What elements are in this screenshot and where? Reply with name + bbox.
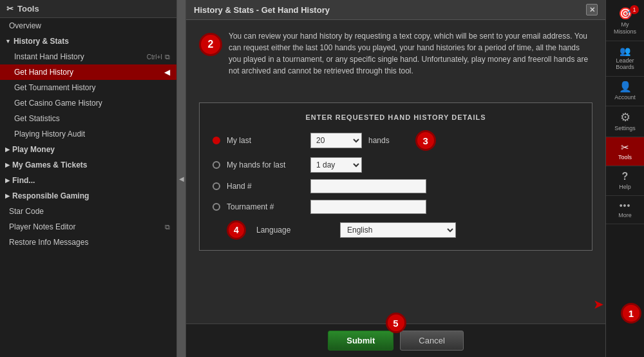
radio-hand-num[interactable] — [213, 182, 220, 190]
sidebar-item-play-money[interactable]: ▶ Play Money — [0, 142, 176, 157]
sidebar-item-overview[interactable]: Overview — [0, 18, 176, 34]
form-row-my-hands-for-last: My hands for last 1 day 1 week 1 month — [213, 157, 579, 173]
more-icon: ••• — [620, 201, 631, 210]
description-text: You can review your hand history by requ… — [229, 30, 592, 77]
account-icon: 👤 — [619, 82, 632, 92]
sidebar-item-restore-info-messages[interactable]: Restore Info Messages — [0, 235, 176, 250]
right-nav-item-leaderboards[interactable]: 👥 LeaderBoards — [606, 41, 644, 77]
arrow-right-icon: ◀ — [164, 68, 170, 77]
content-title: History & Stats - Get Hand History — [194, 5, 330, 15]
step-2-circle: 2 — [199, 33, 222, 56]
get-tournament-history-label: Get Tournament History — [14, 83, 96, 92]
my-last-label: My last — [227, 136, 304, 145]
chevron-right-icon-rg: ▶ — [5, 193, 10, 199]
missions-badge: 1 — [630, 5, 639, 14]
missions-label: MyMissions — [614, 21, 636, 35]
form-title: ENTER REQUESTED HAND HISTORY DETAILS — [213, 113, 579, 121]
restore-info-messages-label: Restore Info Messages — [9, 238, 88, 247]
sidebar-header: ✂ Tools — [0, 0, 176, 18]
sidebar-item-get-hand-history[interactable]: Get Hand History ◀ — [0, 64, 176, 80]
content-body: 2 You can review your hand history by re… — [186, 20, 605, 323]
sidebar-item-get-tournament-history[interactable]: Get Tournament History — [0, 80, 176, 95]
chevron-right-icon-find: ▶ — [5, 177, 10, 184]
sidebar-item-find[interactable]: ▶ Find... — [0, 173, 176, 188]
tools-nav-icon: ✂ — [621, 142, 629, 152]
sidebar-item-instant-hand-history[interactable]: Instant Hand History Ctrl+I ⧉ — [0, 49, 176, 64]
tournament-num-input[interactable] — [310, 200, 426, 214]
right-sidebar: 1 🎯 MyMissions 👥 LeaderBoards 👤 Account … — [605, 0, 644, 357]
right-nav-item-settings[interactable]: ⚙ Settings — [606, 106, 644, 137]
tournament-num-label: Tournament # — [227, 202, 304, 211]
chevron-right-icon-play: ▶ — [5, 146, 10, 153]
my-hands-for-last-label: My hands for last — [227, 160, 304, 169]
radio-tournament-num[interactable] — [213, 203, 220, 211]
right-nav-item-help[interactable]: ? Help — [606, 166, 644, 196]
arrow-to-tools: ➤ — [593, 296, 604, 312]
settings-label: Settings — [614, 125, 636, 131]
my-hands-for-last-select[interactable]: 1 day 1 week 1 month — [310, 157, 362, 173]
copy-icon: ⧉ — [165, 53, 170, 61]
radio-my-hands-for-last[interactable] — [213, 161, 220, 169]
right-nav-item-more[interactable]: ••• More — [606, 196, 644, 224]
form-row-my-last: My last 5 10 20 50 100 hands 3 — [213, 130, 579, 151]
radio-my-last[interactable] — [213, 137, 220, 144]
content-title-bar: History & Stats - Get Hand History ✕ — [186, 0, 605, 20]
sidebar-item-overview-label: Overview — [9, 21, 41, 30]
sidebar-item-responsible-gaming[interactable]: ▶ Responsible Gaming — [0, 188, 176, 204]
tools-nav-label: Tools — [618, 154, 632, 160]
tools-icon: ✂ — [6, 4, 14, 14]
sidebar-item-get-casino-game-history[interactable]: Get Casino Game History — [0, 95, 176, 111]
bottom-bar: 5 Submit Cancel — [186, 323, 605, 357]
get-hand-history-label: Get Hand History — [14, 68, 73, 77]
help-label: Help — [619, 184, 631, 190]
submit-button[interactable]: Submit — [328, 331, 393, 351]
get-statistics-label: Get Statistics — [14, 114, 60, 123]
responsible-gaming-label: Responsible Gaming — [12, 191, 89, 200]
chevron-right-icon-games: ▶ — [5, 162, 10, 168]
chevron-down-icon: ▼ — [5, 38, 11, 44]
my-last-select[interactable]: 5 10 20 50 100 — [310, 133, 362, 148]
language-label: Language — [256, 226, 334, 235]
leaderboards-icon: 👥 — [620, 46, 630, 55]
right-nav-item-tools[interactable]: ✂ Tools — [606, 137, 644, 166]
toggle-icon: ◀ — [179, 175, 184, 182]
right-nav-item-missions[interactable]: 1 🎯 MyMissions — [606, 3, 644, 41]
sidebar-item-history-stats[interactable]: ▼ History & Stats — [0, 34, 176, 49]
hands-label: hands — [368, 136, 390, 145]
leaderboards-label: LeaderBoards — [616, 57, 634, 72]
step-3-circle: 3 — [415, 130, 436, 151]
hand-num-label: Hand # — [227, 182, 304, 191]
right-nav-item-account[interactable]: 👤 Account — [606, 77, 644, 106]
account-label: Account — [614, 94, 636, 101]
step-5-circle: 5 — [386, 313, 406, 333]
content-area: History & Stats - Get Hand History ✕ 2 Y… — [186, 0, 605, 357]
find-label: Find... — [12, 176, 35, 185]
instant-hand-history-label: Instant Hand History — [14, 52, 84, 61]
get-casino-game-history-label: Get Casino Game History — [14, 99, 102, 108]
close-button[interactable]: ✕ — [586, 4, 598, 15]
playing-history-audit-label: Playing History Audit — [14, 130, 85, 139]
hand-num-input[interactable] — [310, 179, 426, 193]
panel-toggle[interactable]: ◀ — [177, 0, 186, 357]
star-code-label: Star Code — [9, 207, 44, 216]
cancel-button[interactable]: Cancel — [400, 331, 463, 351]
step-1-circle: 1 — [621, 303, 641, 323]
player-notes-editor-label: Player Notes Editor — [9, 222, 75, 231]
shortcut-label: Ctrl+I — [147, 53, 162, 61]
step-4-circle: 4 — [227, 220, 246, 240]
help-icon: ? — [622, 171, 629, 182]
sidebar-title: Tools — [17, 4, 39, 14]
sidebar-item-my-games-tickets[interactable]: ▶ My Games & Tickets — [0, 157, 176, 173]
sidebar-item-player-notes-editor[interactable]: Player Notes Editor ⧉ — [0, 219, 176, 235]
language-row: 4 Language English French German Spanish… — [213, 220, 579, 240]
form-box: ENTER REQUESTED HAND HISTORY DETAILS My … — [199, 102, 592, 251]
form-row-tournament-num: Tournament # — [213, 200, 579, 214]
settings-icon: ⚙ — [620, 111, 630, 123]
sidebar-item-playing-history-audit[interactable]: Playing History Audit — [0, 126, 176, 142]
play-money-label: Play Money — [12, 145, 55, 154]
language-select[interactable]: English French German Spanish Italian Po… — [340, 222, 456, 238]
sidebar-item-star-code[interactable]: Star Code — [0, 204, 176, 219]
more-label: More — [618, 212, 632, 218]
sidebar-item-get-statistics[interactable]: Get Statistics — [0, 111, 176, 126]
copy-icon-2: ⧉ — [165, 223, 170, 231]
